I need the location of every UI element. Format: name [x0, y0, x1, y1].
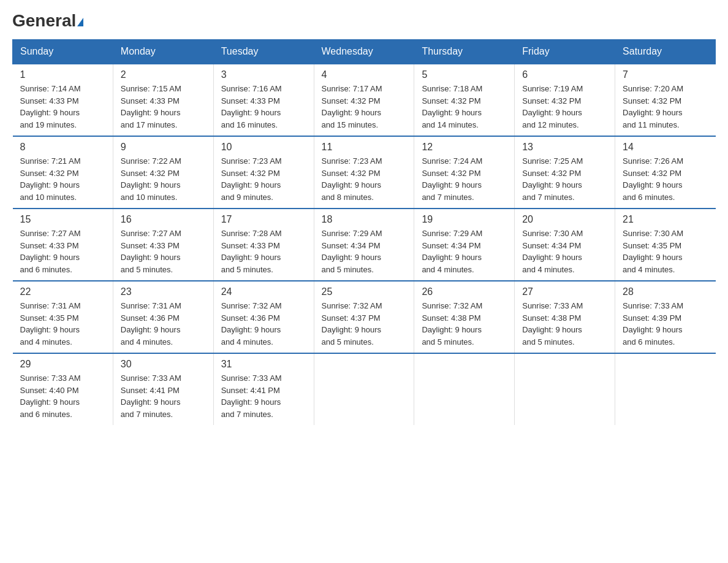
calendar-cell: 29 Sunrise: 7:33 AMSunset: 4:40 PMDaylig… — [13, 353, 113, 425]
header-saturday: Saturday — [615, 40, 716, 64]
day-number: 30 — [121, 359, 206, 370]
day-info: Sunrise: 7:19 AMSunset: 4:32 PMDaylight:… — [522, 83, 607, 131]
day-info: Sunrise: 7:33 AMSunset: 4:41 PMDaylight:… — [121, 372, 206, 420]
calendar-cell: 19 Sunrise: 7:29 AMSunset: 4:34 PMDaylig… — [414, 209, 515, 281]
day-number: 21 — [623, 214, 708, 225]
calendar-cell: 10 Sunrise: 7:23 AMSunset: 4:32 PMDaylig… — [213, 136, 314, 209]
day-number: 4 — [322, 69, 407, 80]
day-info: Sunrise: 7:24 AMSunset: 4:32 PMDaylight:… — [422, 155, 507, 203]
day-info: Sunrise: 7:28 AMSunset: 4:33 PMDaylight:… — [221, 228, 306, 275]
calendar-cell: 8 Sunrise: 7:21 AMSunset: 4:32 PMDayligh… — [13, 136, 113, 209]
calendar-cell: 25 Sunrise: 7:32 AMSunset: 4:37 PMDaylig… — [314, 281, 414, 353]
day-number: 16 — [121, 214, 206, 225]
header-friday: Friday — [515, 40, 615, 64]
day-info: Sunrise: 7:27 AMSunset: 4:33 PMDaylight:… — [121, 228, 206, 275]
day-info: Sunrise: 7:32 AMSunset: 4:37 PMDaylight:… — [322, 300, 407, 348]
calendar-week-row: 22 Sunrise: 7:31 AMSunset: 4:35 PMDaylig… — [13, 281, 716, 353]
day-number: 15 — [20, 214, 105, 225]
day-info: Sunrise: 7:23 AMSunset: 4:32 PMDaylight:… — [322, 155, 407, 203]
day-number: 7 — [623, 69, 708, 80]
calendar-cell: 23 Sunrise: 7:31 AMSunset: 4:36 PMDaylig… — [113, 281, 213, 353]
calendar-cell: 12 Sunrise: 7:24 AMSunset: 4:32 PMDaylig… — [414, 136, 515, 209]
day-number: 20 — [522, 214, 607, 225]
day-number: 5 — [422, 69, 507, 80]
day-info: Sunrise: 7:16 AMSunset: 4:33 PMDaylight:… — [221, 83, 306, 131]
day-info: Sunrise: 7:23 AMSunset: 4:32 PMDaylight:… — [221, 155, 306, 203]
day-number: 26 — [422, 286, 507, 297]
calendar-header-row: SundayMondayTuesdayWednesdayThursdayFrid… — [13, 40, 716, 64]
day-number: 28 — [623, 286, 708, 297]
calendar-cell: 2 Sunrise: 7:15 AMSunset: 4:33 PMDayligh… — [113, 64, 213, 136]
calendar-cell: 16 Sunrise: 7:27 AMSunset: 4:33 PMDaylig… — [113, 209, 213, 281]
calendar-week-row: 8 Sunrise: 7:21 AMSunset: 4:32 PMDayligh… — [13, 136, 716, 209]
logo: General — [12, 12, 83, 27]
day-info: Sunrise: 7:32 AMSunset: 4:38 PMDaylight:… — [422, 300, 507, 348]
day-number: 29 — [20, 359, 105, 370]
calendar-cell: 27 Sunrise: 7:33 AMSunset: 4:38 PMDaylig… — [515, 281, 615, 353]
day-number: 18 — [322, 214, 407, 225]
day-info: Sunrise: 7:31 AMSunset: 4:35 PMDaylight:… — [20, 300, 105, 348]
calendar-week-row: 29 Sunrise: 7:33 AMSunset: 4:40 PMDaylig… — [13, 353, 716, 425]
day-number: 19 — [422, 214, 507, 225]
day-info: Sunrise: 7:29 AMSunset: 4:34 PMDaylight:… — [422, 228, 507, 275]
day-number: 13 — [522, 142, 607, 153]
day-number: 8 — [20, 142, 105, 153]
calendar-cell: 11 Sunrise: 7:23 AMSunset: 4:32 PMDaylig… — [314, 136, 414, 209]
header-monday: Monday — [113, 40, 213, 64]
calendar-cell: 30 Sunrise: 7:33 AMSunset: 4:41 PMDaylig… — [113, 353, 213, 425]
header-tuesday: Tuesday — [213, 40, 314, 64]
day-number: 12 — [422, 142, 507, 153]
day-info: Sunrise: 7:27 AMSunset: 4:33 PMDaylight:… — [20, 228, 105, 275]
calendar-cell: 7 Sunrise: 7:20 AMSunset: 4:32 PMDayligh… — [615, 64, 716, 136]
day-info: Sunrise: 7:30 AMSunset: 4:35 PMDaylight:… — [623, 228, 708, 275]
day-info: Sunrise: 7:17 AMSunset: 4:32 PMDaylight:… — [322, 83, 407, 131]
calendar-cell: 1 Sunrise: 7:14 AMSunset: 4:33 PMDayligh… — [13, 64, 113, 136]
calendar-cell: 13 Sunrise: 7:25 AMSunset: 4:32 PMDaylig… — [515, 136, 615, 209]
day-number: 23 — [121, 286, 206, 297]
day-number: 3 — [221, 69, 306, 80]
calendar-cell: 20 Sunrise: 7:30 AMSunset: 4:34 PMDaylig… — [515, 209, 615, 281]
day-number: 17 — [221, 214, 306, 225]
calendar-cell: 17 Sunrise: 7:28 AMSunset: 4:33 PMDaylig… — [213, 209, 314, 281]
day-info: Sunrise: 7:26 AMSunset: 4:32 PMDaylight:… — [623, 155, 708, 203]
day-info: Sunrise: 7:18 AMSunset: 4:32 PMDaylight:… — [422, 83, 507, 131]
day-info: Sunrise: 7:14 AMSunset: 4:33 PMDaylight:… — [20, 83, 105, 131]
calendar-cell: 22 Sunrise: 7:31 AMSunset: 4:35 PMDaylig… — [13, 281, 113, 353]
calendar-cell: 3 Sunrise: 7:16 AMSunset: 4:33 PMDayligh… — [213, 64, 314, 136]
day-info: Sunrise: 7:22 AMSunset: 4:32 PMDaylight:… — [121, 155, 206, 203]
day-info: Sunrise: 7:30 AMSunset: 4:34 PMDaylight:… — [522, 228, 607, 275]
day-number: 11 — [322, 142, 407, 153]
calendar-cell: 18 Sunrise: 7:29 AMSunset: 4:34 PMDaylig… — [314, 209, 414, 281]
calendar-cell: 14 Sunrise: 7:26 AMSunset: 4:32 PMDaylig… — [615, 136, 716, 209]
header-sunday: Sunday — [13, 40, 113, 64]
day-number: 1 — [20, 69, 105, 80]
calendar-cell: 15 Sunrise: 7:27 AMSunset: 4:33 PMDaylig… — [13, 209, 113, 281]
calendar-cell — [314, 353, 414, 425]
day-info: Sunrise: 7:32 AMSunset: 4:36 PMDaylight:… — [221, 300, 306, 348]
day-number: 9 — [121, 142, 206, 153]
day-info: Sunrise: 7:20 AMSunset: 4:32 PMDaylight:… — [623, 83, 708, 131]
day-info: Sunrise: 7:25 AMSunset: 4:32 PMDaylight:… — [522, 155, 607, 203]
calendar-cell: 21 Sunrise: 7:30 AMSunset: 4:35 PMDaylig… — [615, 209, 716, 281]
day-number: 27 — [522, 286, 607, 297]
logo-general: General — [12, 12, 83, 29]
day-number: 24 — [221, 286, 306, 297]
day-info: Sunrise: 7:33 AMSunset: 4:40 PMDaylight:… — [20, 372, 105, 420]
calendar-cell: 4 Sunrise: 7:17 AMSunset: 4:32 PMDayligh… — [314, 64, 414, 136]
day-number: 14 — [623, 142, 708, 153]
calendar-week-row: 15 Sunrise: 7:27 AMSunset: 4:33 PMDaylig… — [13, 209, 716, 281]
calendar-cell: 28 Sunrise: 7:33 AMSunset: 4:39 PMDaylig… — [615, 281, 716, 353]
day-number: 25 — [322, 286, 407, 297]
day-info: Sunrise: 7:31 AMSunset: 4:36 PMDaylight:… — [121, 300, 206, 348]
calendar-cell: 6 Sunrise: 7:19 AMSunset: 4:32 PMDayligh… — [515, 64, 615, 136]
calendar-cell: 24 Sunrise: 7:32 AMSunset: 4:36 PMDaylig… — [213, 281, 314, 353]
calendar-cell: 9 Sunrise: 7:22 AMSunset: 4:32 PMDayligh… — [113, 136, 213, 209]
day-number: 6 — [522, 69, 607, 80]
day-info: Sunrise: 7:29 AMSunset: 4:34 PMDaylight:… — [322, 228, 407, 275]
day-info: Sunrise: 7:33 AMSunset: 4:41 PMDaylight:… — [221, 372, 306, 420]
calendar-cell: 5 Sunrise: 7:18 AMSunset: 4:32 PMDayligh… — [414, 64, 515, 136]
day-info: Sunrise: 7:15 AMSunset: 4:33 PMDaylight:… — [121, 83, 206, 131]
day-info: Sunrise: 7:33 AMSunset: 4:39 PMDaylight:… — [623, 300, 708, 348]
day-number: 2 — [121, 69, 206, 80]
calendar-cell — [414, 353, 515, 425]
